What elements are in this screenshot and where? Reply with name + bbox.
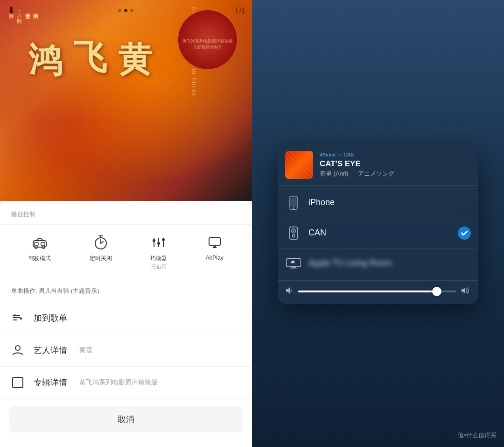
album-cover: ⬇ (♪) 中国武侠世界沈浸品，般殷涛殷…… 黄 飞 鸿 ONCE UPON A… [0, 0, 252, 201]
svg-rect-15 [13, 319, 17, 320]
equalizer-label: 均衡器 [150, 255, 167, 263]
cancel-button[interactable]: 取消 [9, 406, 243, 433]
volume-row [278, 280, 478, 304]
selected-checkmark [458, 227, 471, 240]
volume-fill [298, 291, 437, 292]
svg-rect-17 [13, 377, 23, 388]
dot-2 [124, 9, 127, 12]
route-label: iPhone → CAN [320, 152, 471, 157]
speaker-icon [285, 225, 302, 241]
iphone-icon [285, 194, 302, 211]
svg-rect-14 [13, 317, 20, 318]
left-panel: ⬇ (♪) 中国武侠世界沈浸品，般殷涛殷…… 黄 飞 鸿 ONCE UPON A… [0, 0, 252, 447]
equalizer-button[interactable]: 均衡器 已启用 [150, 234, 167, 270]
now-playing-artist: 杏里 (Anri) — アニメソング [320, 170, 471, 178]
svg-point-11 [162, 238, 165, 241]
now-playing-title: CAT'S EYE [320, 159, 471, 169]
dot-3 [130, 9, 133, 12]
timer-button[interactable]: 定时关闭 [90, 234, 112, 270]
airplay-label: AirPlay [206, 255, 224, 261]
svg-point-24 [293, 230, 294, 232]
svg-point-20 [293, 207, 294, 209]
download-icon[interactable]: ⬇ [7, 5, 15, 16]
airplay-button[interactable]: AirPlay [206, 234, 224, 270]
device-iphone[interactable]: iPhone [278, 188, 478, 218]
device-appletv[interactable]: Apple TV Living Room [278, 248, 478, 278]
album-detail-label: 专辑详情 [34, 377, 67, 388]
svg-point-25 [292, 234, 294, 237]
sheet-title: 播放控制 [0, 210, 252, 225]
svg-rect-12 [209, 238, 220, 245]
watermark: 值•什么值得买 [458, 431, 497, 440]
playlist-add-icon [11, 312, 24, 325]
album-name: 黄飞鸿系列电影原声精装版 [79, 378, 158, 387]
device-list: iPhone CAN [278, 186, 478, 280]
page-dots [118, 9, 133, 12]
album-detail-item[interactable]: 专辑详情 黄飞鸿系列电影原声精装版 [0, 367, 252, 399]
equalizer-icon [150, 234, 167, 251]
audio-icon[interactable]: (♪) [236, 6, 245, 14]
artist-detail-item[interactable]: 艺人详情 黄霑 [0, 334, 252, 367]
device-can[interactable]: CAN [278, 218, 478, 248]
iphone-label: iPhone [308, 198, 471, 207]
volume-low-icon [285, 286, 294, 297]
add-to-playlist-label: 加到歌单 [34, 312, 67, 324]
timer-label: 定时关闭 [90, 255, 112, 263]
equalizer-sublabel: 已启用 [151, 263, 167, 270]
volume-thumb[interactable] [432, 287, 441, 296]
airplay-icon [206, 234, 223, 251]
svg-rect-2 [41, 242, 45, 245]
svg-rect-26 [292, 228, 294, 229]
album-icon [11, 376, 24, 389]
add-to-playlist-item[interactable]: 加到歌单 [0, 302, 252, 334]
drive-icon [31, 234, 48, 251]
drive-mode-label: 驾驶模式 [28, 255, 51, 263]
artist-detail-label: 艺人详情 [34, 345, 67, 356]
svg-rect-1 [35, 242, 38, 245]
svg-rect-28 [291, 266, 296, 268]
svg-rect-19 [292, 197, 294, 197]
svg-point-16 [15, 346, 20, 350]
svg-point-10 [157, 242, 160, 245]
appletv-icon [285, 255, 302, 272]
volume-slider[interactable] [298, 291, 456, 292]
drive-mode-button[interactable]: 驾驶模式 [28, 234, 51, 270]
right-panel: iPhone → CAN CAT'S EYE 杏里 (Anri) — アニメソン… [252, 0, 504, 447]
timer-icon [92, 234, 109, 251]
airplay-card: iPhone → CAN CAT'S EYE 杏里 (Anri) — アニメソン… [278, 143, 478, 304]
now-playing-info: iPhone → CAN CAT'S EYE 杏里 (Anri) — アニメソン… [320, 152, 471, 178]
appletv-label: Apple TV Living Room [308, 258, 471, 268]
mini-album-art [285, 151, 313, 179]
controls-row: 驾驶模式 定时关闭 [0, 225, 252, 280]
svg-point-9 [153, 239, 155, 242]
dot-1 [118, 9, 121, 12]
can-label: CAN [308, 228, 451, 238]
mini-album-art-inner [285, 151, 313, 179]
now-playing-header: iPhone → CAN CAT'S EYE 杏里 (Anri) — アニメソン… [278, 143, 478, 186]
top-bar-left: ⬇ (♪) [0, 0, 252, 21]
song-info: 单曲操作: 男儿当自强 (主题音乐) [0, 280, 252, 302]
artist-name: 黄霑 [79, 346, 92, 355]
volume-high-icon [461, 286, 471, 297]
person-icon [11, 344, 24, 357]
svg-rect-21 [290, 198, 296, 206]
bottom-sheet: 播放控制 驾驶模式 [0, 201, 252, 447]
